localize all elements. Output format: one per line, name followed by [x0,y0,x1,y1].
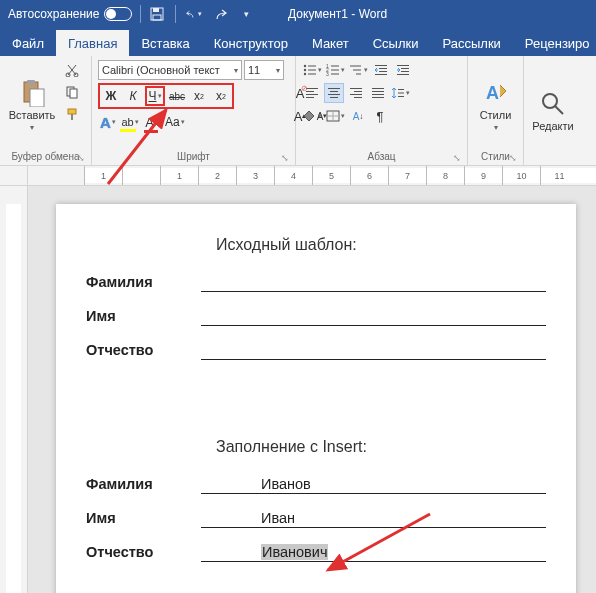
multilevel-button[interactable]: ▾ [348,60,369,80]
qat-more-icon[interactable]: ▾ [238,6,254,22]
svg-rect-33 [401,71,409,72]
subscript-button[interactable]: x2 [189,86,209,106]
group-paragraph: ▾ 123▾ ▾ ▾ ▾ ▾ A↓ ¶ [296,56,468,165]
editing-button[interactable]: Редакти [530,60,576,161]
line-spacing-button[interactable]: ▾ [390,83,411,103]
save-icon[interactable] [149,6,165,22]
tab-file[interactable]: Файл [0,30,56,56]
sort-button[interactable]: A↓ [348,106,368,126]
value-patronymic-selected: Иванович [261,544,328,560]
tab-review[interactable]: Рецензиро [513,30,596,56]
row-patronymic-1: Отчество [86,340,546,360]
strike-button[interactable]: abc [167,86,187,106]
svg-rect-28 [379,68,387,69]
row-lastname-1: Фамилия [86,272,546,292]
align-center-button[interactable] [324,83,344,103]
styles-label: Стили [480,109,512,121]
superscript-button[interactable]: x2 [211,86,231,106]
tab-home[interactable]: Главная [56,30,129,56]
svg-text:3: 3 [326,71,329,76]
page[interactable]: Исходный шаблон: Фамилия Имя Отчество За… [56,204,576,593]
font-size-value: 11 [248,64,260,76]
font-launcher-icon[interactable]: ⤡ [281,153,289,163]
copy-icon[interactable] [62,82,82,102]
svg-rect-19 [331,66,339,67]
value-lastname: Иванов [261,476,311,492]
paste-button[interactable]: Вставить ▾ [6,60,58,150]
svg-rect-1 [153,8,159,12]
field-lastname-2[interactable]: Иванов [201,474,546,494]
styles-button[interactable]: A Стили ▾ [474,60,517,150]
para-launcher-icon[interactable]: ⤡ [453,153,461,163]
label-patronymic-2: Отчество [86,544,201,560]
svg-rect-50 [372,97,384,98]
tab-mailings[interactable]: Рассылки [430,30,512,56]
titlebar: Автосохранение ▾ ▾ Документ1 - Word [0,0,596,28]
italic-button[interactable]: К [123,86,143,106]
svg-rect-38 [306,97,314,98]
svg-rect-5 [30,89,44,107]
ruler-area: 11234567891011 [0,166,596,186]
borders-button[interactable]: ▾ [325,106,346,126]
row-lastname-2: Фамилия Иванов [86,474,546,494]
bold-button[interactable]: Ж [101,86,121,106]
ribbon-tabs: Файл Главная Вставка Конструктор Макет С… [0,28,596,56]
svg-rect-24 [350,66,361,67]
bullets-button[interactable]: ▾ [302,60,323,80]
redo-icon[interactable] [212,6,228,22]
underline-button[interactable]: Ч▾ [145,86,165,106]
field-firstname-2[interactable]: Иван [201,508,546,528]
undo-icon[interactable]: ▾ [186,6,202,22]
change-case-button[interactable]: Aa▾ [164,112,186,132]
justify-button[interactable] [368,83,388,103]
cut-icon[interactable] [62,60,82,80]
heading-template: Исходный шаблон: [216,236,546,254]
decrease-indent-button[interactable] [371,60,391,80]
tab-references[interactable]: Ссылки [361,30,431,56]
svg-rect-48 [372,91,384,92]
group-editing: Редакти [524,56,582,165]
svg-point-14 [304,69,306,71]
field-firstname-1[interactable] [201,306,546,326]
align-right-button[interactable] [346,83,366,103]
font-color-button[interactable]: A▾ [142,112,162,132]
clipboard-launcher-icon[interactable]: ⤡ [77,153,85,163]
text-effects-button[interactable]: A▾ [98,112,118,132]
font-size-combo[interactable]: 11▾ [244,60,284,80]
field-patronymic-1[interactable] [201,340,546,360]
horizontal-ruler[interactable]: 11234567891011 [28,166,596,186]
svg-rect-39 [328,88,340,89]
svg-rect-26 [356,74,361,75]
label-lastname-2: Фамилия [86,476,201,492]
autosave[interactable]: Автосохранение [0,7,140,21]
vertical-ruler[interactable] [0,186,28,593]
document-area: Исходный шаблон: Фамилия Имя Отчество За… [0,186,596,593]
autosave-label: Автосохранение [8,7,99,21]
svg-rect-2 [153,15,161,20]
font-name-value: Calibri (Основной текст [102,64,220,76]
format-painter-icon[interactable] [62,104,82,124]
numbering-button[interactable]: 123▾ [325,60,346,80]
tab-design[interactable]: Конструктор [202,30,300,56]
svg-rect-15 [308,70,316,71]
row-patronymic-2: Отчество Иванович [86,542,546,562]
field-lastname-1[interactable] [201,272,546,292]
increase-indent-button[interactable] [393,60,413,80]
svg-rect-49 [372,94,384,95]
group-para-label: Абзац [367,151,395,162]
value-firstname: Иван [261,510,295,526]
show-marks-button[interactable]: ¶ [370,106,390,126]
svg-point-12 [304,65,306,67]
svg-text:A: A [486,83,499,103]
styles-launcher-icon[interactable]: ⤡ [509,153,517,163]
field-patronymic-2[interactable]: Иванович [201,542,546,562]
shading-button[interactable]: ▾ [302,106,323,126]
tab-layout[interactable]: Макет [300,30,361,56]
font-name-combo[interactable]: Calibri (Основной текст▾ [98,60,242,80]
svg-point-16 [304,73,306,75]
svg-rect-47 [372,88,384,89]
svg-rect-51 [398,89,404,90]
tab-insert[interactable]: Вставка [129,30,201,56]
autosave-toggle[interactable] [104,7,132,21]
highlight-button[interactable]: ab▾ [120,112,140,132]
